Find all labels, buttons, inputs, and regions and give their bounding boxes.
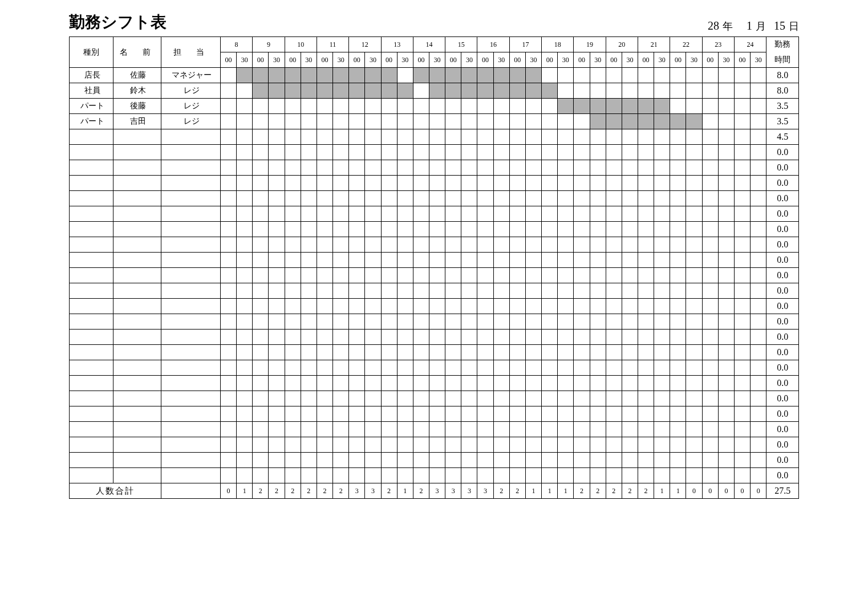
slot-cell xyxy=(686,360,702,376)
slot-cell xyxy=(429,191,445,206)
slot-cell xyxy=(493,314,509,330)
slot-cell xyxy=(301,253,317,268)
slot-cell xyxy=(670,68,686,83)
cell-role: マネジャー xyxy=(161,68,220,83)
slot-cell xyxy=(397,345,413,360)
slot-cell xyxy=(269,314,285,330)
slot-cell xyxy=(670,99,686,114)
slot-cell xyxy=(365,345,381,360)
cell-role xyxy=(161,391,220,406)
slot-cell xyxy=(301,191,317,206)
slot-cell xyxy=(269,222,285,237)
slot-cell xyxy=(253,422,269,437)
slot-cell xyxy=(654,345,670,360)
slot-cell xyxy=(542,437,558,453)
slot-cell xyxy=(445,114,461,129)
slot-cell xyxy=(413,314,429,330)
slot-cell xyxy=(365,176,381,191)
slot-cell xyxy=(413,191,429,206)
slot-cell xyxy=(751,268,766,283)
slot-cell xyxy=(269,422,285,437)
slot-cell xyxy=(638,237,654,253)
cell-hours: 8.0 xyxy=(766,83,799,99)
slot-cell xyxy=(751,330,766,345)
slot-cell xyxy=(253,253,269,268)
slot-cell xyxy=(445,191,461,206)
slot-cell xyxy=(285,83,301,99)
slot-cell xyxy=(525,406,541,422)
slot-cell xyxy=(493,268,509,283)
slot-cell xyxy=(333,406,349,422)
slot-cell xyxy=(509,191,525,206)
slot-cell xyxy=(333,330,349,345)
slot-cell xyxy=(702,268,718,283)
slot-cell xyxy=(622,68,638,83)
slot-cell xyxy=(622,468,638,483)
slot-cell xyxy=(734,206,750,222)
slot-cell xyxy=(734,222,750,237)
slot-cell xyxy=(590,391,606,406)
slot-cell xyxy=(686,191,702,206)
slot-cell xyxy=(301,360,317,376)
slot-cell xyxy=(413,453,429,468)
slot-cell xyxy=(718,468,734,483)
slot-cell xyxy=(622,222,638,237)
footer-count: 1 xyxy=(558,483,574,499)
slot-cell xyxy=(574,453,590,468)
slot-cell xyxy=(461,206,477,222)
slot-cell xyxy=(397,114,413,129)
slot-cell xyxy=(237,83,253,99)
slot-cell xyxy=(301,160,317,176)
slot-cell xyxy=(429,391,445,406)
slot-cell xyxy=(509,253,525,268)
slot-cell xyxy=(574,437,590,453)
slot-cell xyxy=(253,222,269,237)
slot-cell xyxy=(381,268,397,283)
slot-cell xyxy=(574,468,590,483)
slot-cell xyxy=(493,253,509,268)
slot-cell xyxy=(237,453,253,468)
slot-cell xyxy=(622,83,638,99)
slot-cell xyxy=(445,222,461,237)
slot-cell xyxy=(461,145,477,160)
cell-hours: 0.0 xyxy=(766,191,799,206)
slot-cell xyxy=(654,114,670,129)
slot-cell xyxy=(237,222,253,237)
slot-cell xyxy=(237,360,253,376)
slot-cell xyxy=(381,160,397,176)
slot-cell xyxy=(220,191,236,206)
slot-cell xyxy=(493,114,509,129)
slot-cell xyxy=(477,145,493,160)
cell-role xyxy=(161,422,220,437)
slot-cell xyxy=(525,468,541,483)
cell-role xyxy=(161,360,220,376)
slot-cell xyxy=(734,376,750,391)
slot-cell xyxy=(622,114,638,129)
slot-cell xyxy=(509,237,525,253)
slot-cell xyxy=(381,68,397,83)
shift-table: 種別名 前担 当89101112131415161718192021222324… xyxy=(69,36,799,499)
slot-cell xyxy=(638,299,654,314)
slot-cell xyxy=(365,360,381,376)
slot-cell xyxy=(269,237,285,253)
cell-name xyxy=(113,283,161,299)
header-subslot: 00 xyxy=(445,52,461,68)
slot-cell xyxy=(285,330,301,345)
slot-cell xyxy=(301,206,317,222)
slot-cell xyxy=(317,314,332,330)
slot-cell xyxy=(509,222,525,237)
slot-cell xyxy=(686,468,702,483)
slot-cell xyxy=(349,314,365,330)
page-title: 勤務シフト表 xyxy=(69,11,167,33)
slot-cell xyxy=(574,114,590,129)
slot-cell xyxy=(349,330,365,345)
slot-cell xyxy=(477,376,493,391)
slot-cell xyxy=(365,114,381,129)
slot-cell xyxy=(477,453,493,468)
slot-cell xyxy=(301,376,317,391)
cell-role xyxy=(161,206,220,222)
slot-cell xyxy=(253,345,269,360)
cell-type xyxy=(70,391,113,406)
slot-cell xyxy=(365,145,381,160)
slot-cell xyxy=(381,222,397,237)
